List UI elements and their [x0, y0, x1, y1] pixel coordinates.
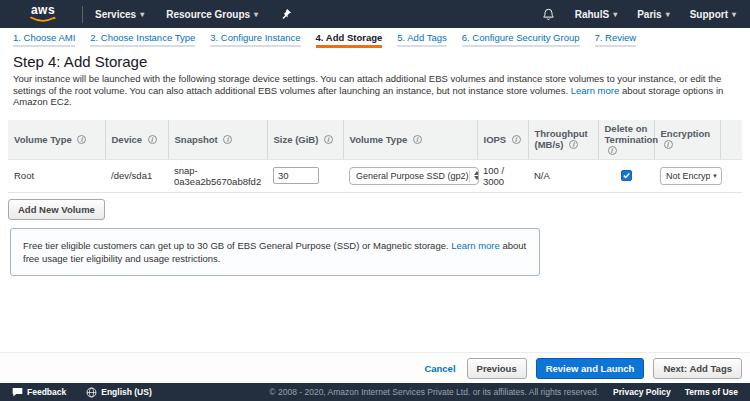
previous-button[interactable]: Previous [467, 358, 527, 379]
column-header-encryption: Encryption i [654, 120, 720, 160]
aws-smile-icon [30, 16, 56, 23]
pin-shortcut-button[interactable] [280, 8, 292, 20]
encryption-select[interactable]: Not Encrypted ▼ [660, 167, 722, 185]
aws-logo-text: aws [31, 5, 55, 16]
column-header-snapshot: Snapshot i [168, 120, 267, 160]
support-menu[interactable]: Support ▾ [690, 9, 736, 20]
info-icon[interactable]: i [569, 140, 578, 149]
learn-more-free-tier-link[interactable]: Learn more [451, 240, 500, 251]
top-navbar: aws Services ▾ Resource Groups ▾ RahulS … [0, 0, 750, 28]
bell-icon [542, 8, 555, 21]
column-header-delete-on-termination: Delete on Termination i [598, 120, 654, 160]
chevron-down-icon: ▾ [666, 10, 670, 19]
wizard-action-bar: Cancel Previous Review and Launch Next: … [0, 352, 750, 383]
cell-size [267, 159, 343, 192]
table-row: Root /dev/sda1 snap-0a3ea2b5670ab8fd2 Ge… [8, 159, 742, 192]
volume-type-select[interactable]: General Purpose SSD (gp2) [349, 167, 479, 185]
services-menu[interactable]: Services ▾ [95, 9, 144, 20]
language-selector[interactable]: English (US) [86, 387, 152, 398]
storage-devices-table: Volume Type i Device i Snapshot i Size (… [8, 120, 742, 193]
size-gib-input[interactable] [273, 167, 319, 184]
column-header-size: Size (GiB) i [267, 120, 343, 160]
step-configure-security-group[interactable]: 6. Configure Security Group [462, 32, 580, 47]
delete-on-termination-checkbox[interactable] [621, 170, 632, 181]
info-icon[interactable]: i [608, 146, 617, 155]
select-stepper-icon [469, 170, 479, 182]
info-icon[interactable]: i [413, 135, 422, 144]
privacy-policy-link[interactable]: Privacy Policy [613, 387, 671, 397]
caret-down-icon: ▼ [712, 173, 718, 179]
column-header-throughput: Throughput (MB/s) i [528, 120, 598, 160]
aws-logo[interactable]: aws [30, 5, 56, 23]
feedback-bubble-icon [12, 387, 23, 397]
cell-volume-type-select: General Purpose SSD (gp2) [343, 159, 477, 192]
info-icon[interactable]: i [223, 135, 232, 144]
cancel-link[interactable]: Cancel [424, 363, 455, 374]
step-choose-ami[interactable]: 1. Choose AMI [13, 32, 75, 47]
step-add-storage[interactable]: 4. Add Storage [316, 32, 383, 48]
info-icon[interactable]: i [664, 140, 673, 149]
step-choose-instance-type[interactable]: 2. Choose Instance Type [90, 32, 195, 47]
info-icon[interactable]: i [77, 135, 86, 144]
account-menu[interactable]: RahulS ▾ [575, 9, 617, 20]
cell-delete-on-termination [598, 159, 654, 192]
cell-device: /dev/sda1 [105, 159, 168, 192]
chevron-down-icon: ▾ [140, 10, 144, 19]
info-icon[interactable]: i [324, 135, 333, 144]
cell-iops: 100 / 3000 [477, 159, 528, 192]
cell-volume-type: Root [8, 159, 105, 192]
region-menu[interactable]: Paris ▾ [637, 9, 669, 20]
wizard-steps: 1. Choose AMI 2. Choose Instance Type 3.… [0, 28, 750, 48]
learn-more-storage-link[interactable]: Learn more [571, 85, 620, 96]
navbar-divider [82, 6, 83, 23]
pushpin-icon [280, 8, 292, 20]
chevron-down-icon: ▾ [254, 10, 258, 19]
step-review[interactable]: 7. Review [595, 32, 637, 47]
column-header-device: Device i [105, 120, 168, 160]
cell-filler [720, 159, 742, 192]
chevron-down-icon: ▾ [613, 10, 617, 19]
chevron-down-icon: ▾ [732, 10, 736, 19]
copyright-text: © 2008 - 2020, Amazon Internet Services … [269, 387, 599, 397]
globe-icon [86, 387, 97, 398]
column-header-iops: IOPS i [477, 120, 528, 160]
free-tier-callout: Free tier eligible customers can get up … [10, 228, 540, 276]
step-add-tags[interactable]: 5. Add Tags [397, 32, 446, 47]
check-icon [622, 171, 631, 180]
terms-of-use-link[interactable]: Terms of Use [685, 387, 738, 397]
page-title: Step 4: Add Storage [13, 53, 750, 70]
column-header-volume-type-select: Volume Type i [343, 120, 477, 160]
feedback-button[interactable]: Feedback [12, 387, 66, 397]
intro-text: Your instance will be launched with the … [13, 73, 738, 108]
console-footer: Feedback English (US) © 2008 - 2020, Ama… [0, 383, 750, 401]
info-icon[interactable]: i [512, 135, 521, 144]
table-header-row: Volume Type i Device i Snapshot i Size (… [8, 120, 742, 160]
cell-encryption: Not Encrypted ▼ [654, 159, 720, 192]
step-configure-instance[interactable]: 3. Configure Instance [210, 32, 300, 47]
column-header-volume-type: Volume Type i [8, 120, 105, 160]
notifications-button[interactable] [542, 8, 555, 21]
add-new-volume-button[interactable]: Add New Volume [8, 199, 105, 220]
cell-throughput: N/A [528, 159, 598, 192]
review-and-launch-button[interactable]: Review and Launch [536, 358, 645, 379]
next-add-tags-button[interactable]: Next: Add Tags [653, 358, 742, 379]
column-header-filler [720, 120, 742, 160]
resource-groups-menu[interactable]: Resource Groups ▾ [166, 9, 258, 20]
info-icon[interactable]: i [148, 135, 157, 144]
cell-snapshot: snap-0a3ea2b5670ab8fd2 [168, 159, 267, 192]
